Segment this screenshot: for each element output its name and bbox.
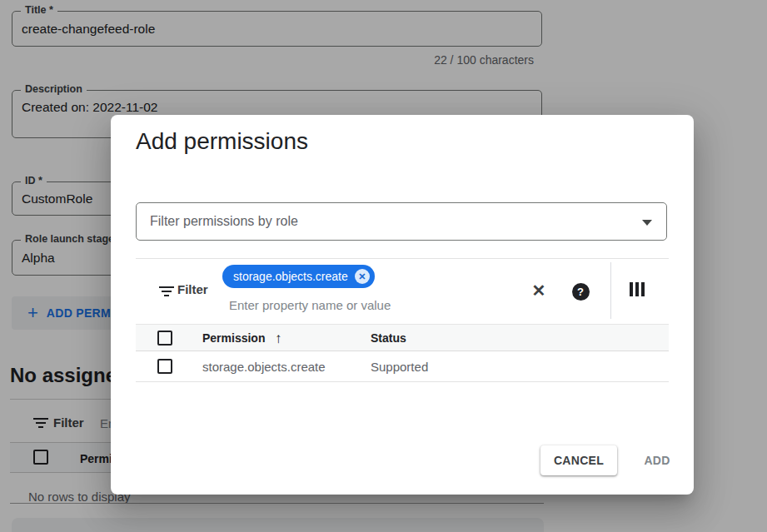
permission-column-header[interactable]: Permission xyxy=(202,325,265,352)
toolbar-vertical-divider xyxy=(610,262,611,319)
filter-chip-label: storage.objects.create xyxy=(233,270,348,283)
column-display-options-icon[interactable] xyxy=(630,282,645,296)
status-cell: Supported xyxy=(371,360,428,374)
dialog-title: Add permissions xyxy=(136,128,308,155)
dialog-filter-label[interactable]: Filter xyxy=(177,282,208,296)
close-icon: ✕ xyxy=(532,281,546,301)
role-dropdown-placeholder: Filter permissions by role xyxy=(150,203,298,240)
filter-list-icon xyxy=(159,286,174,298)
cancel-button[interactable]: CANCEL xyxy=(540,445,617,475)
status-column-header[interactable]: Status xyxy=(371,325,406,352)
sort-ascending-icon[interactable]: ↑ xyxy=(275,325,282,352)
dialog-filter-input[interactable]: Enter property name or value xyxy=(229,298,391,312)
create-role-page: Title * create-changefeed-role 22 / 100 … xyxy=(0,0,767,532)
chevron-down-icon xyxy=(642,220,652,226)
dialog-table-header: Permission ↑ Status xyxy=(136,324,669,351)
filter-permissions-by-role-dropdown[interactable]: Filter permissions by role xyxy=(136,202,667,241)
clear-filters-button[interactable]: ✕ xyxy=(529,281,549,301)
toolbar-top-divider xyxy=(136,258,669,259)
chip-remove-icon[interactable]: ✕ xyxy=(355,269,370,284)
permission-table-row[interactable]: storage.objects.create Supported xyxy=(136,351,669,382)
help-icon: ? xyxy=(572,283,590,301)
filter-help-button[interactable]: ? xyxy=(570,281,590,301)
permission-cell: storage.objects.create xyxy=(202,360,326,374)
filter-chip-storage-objects-create[interactable]: storage.objects.create ✕ xyxy=(222,265,375,288)
add-permissions-dialog: Add permissions Filter permissions by ro… xyxy=(111,115,694,495)
select-all-checkbox[interactable] xyxy=(157,331,172,346)
add-button[interactable]: ADD xyxy=(627,445,687,475)
row-checkbox[interactable] xyxy=(157,359,172,374)
